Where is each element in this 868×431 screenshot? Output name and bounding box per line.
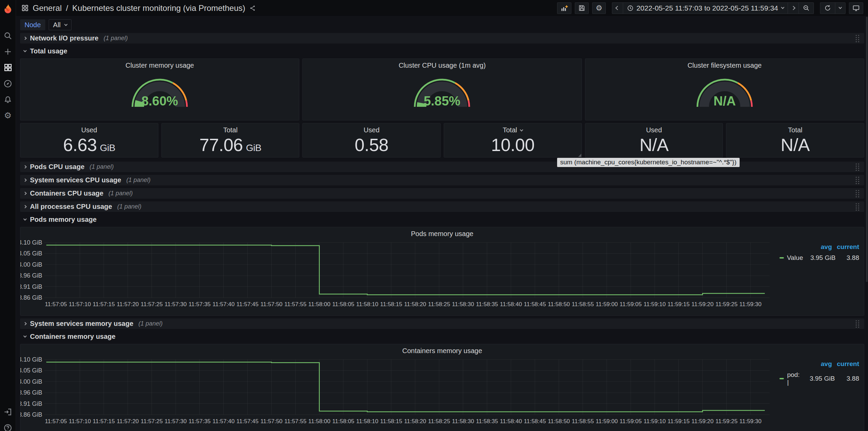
- stat-value: N/A: [781, 135, 810, 155]
- row-title: System services memory usage: [30, 320, 133, 328]
- svg-text:11:59:05: 11:59:05: [620, 418, 642, 425]
- panel-title[interactable]: Used: [364, 123, 380, 134]
- create-icon[interactable]: [0, 44, 16, 60]
- row-all-processes-cpu-usage[interactable]: All processes CPU usage (1 panel): [20, 201, 864, 212]
- dashboards-icon[interactable]: [0, 60, 16, 76]
- series-label[interactable]: Value: [787, 254, 803, 262]
- row-title: Containers memory usage: [30, 333, 115, 341]
- row-system-services-cpu-usage[interactable]: System services CPU usage (1 panel): [20, 175, 864, 185]
- share-icon[interactable]: [249, 5, 256, 12]
- svg-text:11:58:15: 11:58:15: [380, 301, 402, 308]
- svg-text:11:57:45: 11:57:45: [236, 301, 258, 308]
- panel-menu-chevron-icon[interactable]: [520, 128, 523, 132]
- panel-title[interactable]: Pods memory usage: [20, 227, 864, 238]
- time-series-chart[interactable]: 11:57:0511:57:1011:57:1511:57:2011:57:25…: [20, 355, 779, 430]
- refresh-interval-dropdown[interactable]: [835, 3, 845, 14]
- breadcrumb-separator: /: [66, 3, 68, 13]
- drag-handle-icon[interactable]: [855, 163, 860, 171]
- legend-col-avg[interactable]: avg: [794, 360, 832, 368]
- svg-text:11:58:00: 11:58:00: [308, 301, 330, 308]
- svg-text:3.86 GiB: 3.86 GiB: [20, 294, 42, 301]
- legend-col-current[interactable]: current: [832, 360, 859, 368]
- svg-text:3.96 GiB: 3.96 GiB: [20, 389, 42, 396]
- svg-text:4.00 GiB: 4.00 GiB: [20, 378, 42, 385]
- panel-title[interactable]: Used: [646, 123, 662, 134]
- variable-value: All: [53, 21, 61, 29]
- row-title: Pods CPU usage: [30, 163, 84, 171]
- svg-text:11:57:50: 11:57:50: [261, 418, 283, 425]
- svg-text:5.85%: 5.85%: [424, 94, 461, 108]
- time-shift-forward-icon[interactable]: [788, 3, 799, 14]
- svg-text:11:57:30: 11:57:30: [164, 418, 187, 425]
- panel-resize-handle[interactable]: [578, 154, 581, 157]
- panel-title[interactable]: Total: [503, 123, 517, 134]
- panel-filesystem-used: Used N/A: [585, 123, 723, 158]
- time-series-chart[interactable]: 11:57:0511:57:1011:57:1511:57:2011:57:25…: [20, 238, 779, 313]
- panel-title[interactable]: Total: [788, 123, 802, 134]
- panel-title[interactable]: Cluster CPU usage (1m avg): [399, 59, 486, 69]
- row-total-usage[interactable]: Total usage: [20, 46, 864, 56]
- panel-title[interactable]: Cluster memory usage: [126, 59, 194, 69]
- page-title[interactable]: Kubernetes cluster monitoring (via Prome…: [72, 3, 245, 13]
- topbar-actions: ⚙ 2022-05-25 11:57:03 to 2022-05-25 11:5…: [554, 2, 863, 14]
- row-system-services-memory-usage[interactable]: System services memory usage (1 panel): [20, 318, 864, 329]
- chevron-right-icon: [23, 179, 27, 182]
- svg-text:11:58:05: 11:58:05: [332, 418, 354, 425]
- row-containers-cpu-usage[interactable]: Containers CPU usage (1 panel): [20, 188, 864, 199]
- time-shift-back-icon[interactable]: [612, 3, 623, 14]
- svg-text:11:59:10: 11:59:10: [644, 301, 666, 308]
- svg-text:11:58:00: 11:58:00: [308, 418, 330, 425]
- series-label[interactable]: pod: |: [787, 371, 801, 386]
- panel-cluster-filesystem-usage: Cluster filesystem usage N/A: [585, 59, 864, 120]
- dashboard-settings-icon[interactable]: ⚙: [592, 2, 606, 14]
- panel-title[interactable]: Cluster filesystem usage: [688, 59, 762, 69]
- svg-text:11:57:45: 11:57:45: [236, 418, 258, 425]
- chevron-right-icon: [23, 322, 27, 326]
- save-icon[interactable]: [575, 2, 589, 14]
- sign-in-icon[interactable]: [0, 404, 16, 420]
- svg-text:11:58:40: 11:58:40: [500, 418, 522, 425]
- panel-title[interactable]: Used: [81, 123, 97, 134]
- settings-icon[interactable]: ⚙: [0, 107, 16, 123]
- legend-col-avg[interactable]: avg: [794, 243, 832, 251]
- panel-cpu-total: Total 10.00: [444, 123, 582, 158]
- drag-handle-icon[interactable]: [855, 189, 860, 198]
- chevron-down-icon: [64, 22, 68, 26]
- chevron-right-icon: [23, 205, 27, 209]
- panel-title[interactable]: Total: [223, 123, 237, 134]
- explore-icon[interactable]: [0, 76, 16, 92]
- add-panel-icon[interactable]: [557, 2, 571, 14]
- variable-value-dropdown[interactable]: All: [49, 19, 72, 30]
- refresh-icon[interactable]: [820, 3, 835, 14]
- time-range-picker[interactable]: 2022-05-25 11:57:03 to 2022-05-25 11:59:…: [623, 3, 788, 14]
- drag-handle-icon[interactable]: [855, 34, 860, 43]
- svg-text:11:57:05: 11:57:05: [45, 301, 67, 308]
- page-scrollbar[interactable]: [866, 17, 868, 282]
- chevron-down-icon: [781, 6, 785, 9]
- panel-containers-memory-usage: Containers memory usage 11:57:0511:57:10…: [20, 344, 864, 431]
- svg-text:3.91 GiB: 3.91 GiB: [20, 283, 42, 290]
- row-network-io-pressure[interactable]: Network I/O pressure (1 panel): [20, 33, 864, 44]
- grafana-logo-icon[interactable]: [0, 0, 16, 16]
- drag-handle-icon[interactable]: [855, 203, 860, 211]
- svg-text:11:58:45: 11:58:45: [524, 301, 546, 308]
- panel-filesystem-total: Total N/A: [726, 123, 864, 158]
- panel-title[interactable]: Containers memory usage: [20, 344, 864, 355]
- row-pods-memory-usage[interactable]: Pods memory usage: [20, 215, 864, 224]
- search-icon[interactable]: [0, 28, 16, 44]
- breadcrumb: General / Kubernetes cluster monitoring …: [21, 3, 256, 13]
- help-icon[interactable]: [0, 420, 16, 431]
- alerting-icon[interactable]: [0, 92, 16, 107]
- row-containers-memory-usage[interactable]: Containers memory usage: [20, 332, 864, 341]
- svg-text:11:58:05: 11:58:05: [332, 301, 354, 308]
- drag-handle-icon[interactable]: [855, 320, 860, 328]
- zoom-out-icon[interactable]: [799, 3, 814, 14]
- svg-text:4.05 GiB: 4.05 GiB: [20, 250, 42, 257]
- cycle-view-icon[interactable]: [849, 2, 863, 14]
- legend-col-current[interactable]: current: [832, 243, 859, 251]
- svg-text:11:57:25: 11:57:25: [141, 418, 163, 425]
- gauge-chart: 5.85%: [410, 73, 474, 111]
- drag-handle-icon[interactable]: [855, 176, 860, 184]
- breadcrumb-section[interactable]: General: [33, 3, 62, 13]
- stat-value: N/A: [640, 135, 668, 155]
